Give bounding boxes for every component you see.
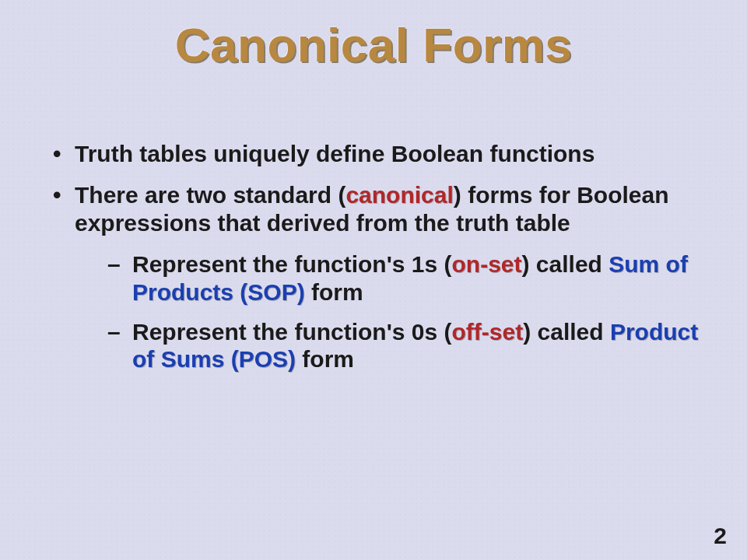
bullet-2: There are two standard (canonical) forms…: [47, 181, 700, 236]
keyword-off-set: off-set: [452, 319, 524, 345]
sub-bullet-2: Represent the function's 0s (off-set) ca…: [86, 318, 700, 373]
keyword-on-set: on-set: [452, 251, 522, 277]
sub2-pre: Represent the function's 0s (: [132, 319, 452, 345]
bullet-1: Truth tables uniquely define Boolean fun…: [47, 140, 700, 167]
sub1-pre: Represent the function's 1s (: [132, 251, 452, 277]
slide-title: Canonical Forms: [0, 0, 747, 72]
sub1-post: form: [305, 279, 363, 305]
slide: Canonical Forms Truth tables uniquely de…: [0, 0, 747, 560]
page-number: 2: [714, 523, 727, 549]
sub2-post: form: [296, 346, 354, 372]
bullet-1-text: Truth tables uniquely define Boolean fun…: [75, 141, 594, 166]
bullet-2-pre: There are two standard (: [75, 182, 345, 208]
keyword-canonical: canonical: [345, 182, 453, 208]
sub2-mid: ) called: [523, 319, 610, 345]
slide-content: Truth tables uniquely define Boolean fun…: [47, 140, 700, 386]
sub1-mid: ) called: [522, 251, 609, 277]
sub-bullet-1: Represent the function's 1s (on-set) cal…: [86, 250, 700, 306]
